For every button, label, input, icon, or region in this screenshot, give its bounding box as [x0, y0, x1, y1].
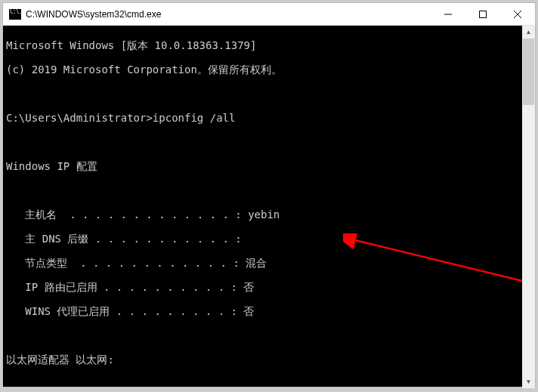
field-hostname: 主机名 . . . . . . . . . . . . . : yebin — [6, 208, 533, 221]
scroll-thumb[interactable] — [523, 39, 534, 105]
minimize-button[interactable] — [431, 3, 465, 25]
section-header: Windows IP 配置 — [6, 160, 533, 172]
field-ip-routing: IP 路由已启用 . . . . . . . . . . : 否 — [6, 281, 533, 293]
scroll-down-button[interactable]: ▼ — [522, 375, 535, 388]
banner-line: Microsoft Windows [版本 10.0.18363.1379] — [6, 39, 533, 51]
close-icon — [514, 11, 521, 18]
svg-rect-1 — [480, 11, 487, 17]
field-node-type: 节点类型 . . . . . . . . . . . . : 混合 — [6, 257, 533, 269]
terminal-output[interactable]: Microsoft Windows [版本 10.0.18363.1379] (… — [3, 26, 535, 387]
banner-line: (c) 2019 Microsoft Corporation。保留所有权利。 — [6, 63, 533, 76]
prompt-line: C:\Users\Administrator>ipconfig /all — [6, 112, 533, 124]
cmd-window: C:\. C:\WINDOWS\system32\cmd.exe Microso… — [2, 2, 536, 387]
field-dns-suffix: 主 DNS 后缀 . . . . . . . . . . . : — [6, 233, 533, 245]
section-header: 以太网适配器 以太网: — [6, 353, 533, 366]
blank-line — [6, 88, 533, 100]
blank-line — [6, 184, 533, 196]
window-title: C:\WINDOWS\system32\cmd.exe — [26, 9, 431, 20]
minimize-icon — [444, 11, 452, 18]
field-wins-proxy: WINS 代理已启用 . . . . . . . . . : 否 — [6, 305, 533, 317]
close-button[interactable] — [500, 3, 535, 25]
scroll-up-button[interactable]: ▲ — [522, 26, 535, 39]
cmd-icon: C:\. — [9, 9, 21, 20]
blank-line — [6, 136, 533, 148]
blank-line — [6, 329, 533, 341]
maximize-icon — [479, 11, 487, 18]
window-controls — [431, 3, 535, 25]
maximize-button[interactable] — [465, 3, 500, 25]
blank-line — [6, 378, 533, 387]
vertical-scrollbar[interactable]: ▲ ▼ — [522, 26, 535, 388]
titlebar[interactable]: C:\. C:\WINDOWS\system32\cmd.exe — [3, 3, 535, 26]
